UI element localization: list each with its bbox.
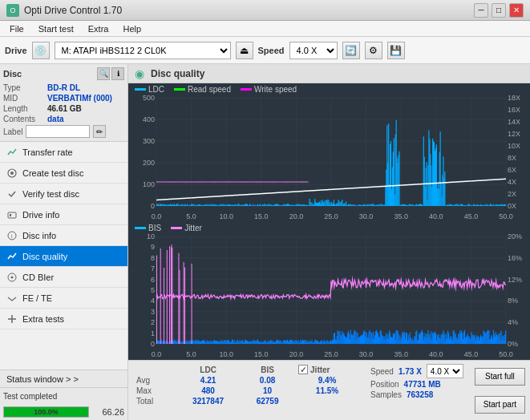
minimize-button[interactable]: ─ [474,3,488,18]
position-val: 47731 MB [404,380,441,389]
bottom-chart-canvas [128,222,530,360]
nav-transfer-rate-label: Transfer rate [22,147,73,157]
nav-verify-test-disc-label: Verify test disc [22,189,79,199]
menu-extra[interactable]: Extra [82,22,115,35]
write-speed-legend-label: Write speed [254,85,297,94]
title-bar: O Opti Drive Control 1.70 ─ □ ✕ [0,0,530,21]
menu-bar: File Start test Extra Help [0,21,530,37]
avg-jitter: 9.4% [293,375,361,386]
start-part-button[interactable]: Start part [475,396,525,414]
type-value: BD-R DL [47,83,80,92]
status-window-btn[interactable]: Status window > > [0,370,127,388]
disc-quality-icon [6,251,18,262]
settings-button[interactable]: ⚙ [365,42,382,59]
nav-drive-info-label: Drive info [22,210,59,220]
stats-table: LDC BIS ✓ Jitter Avg [128,361,364,420]
chart-icon: ◉ [135,67,144,80]
nav-transfer-rate[interactable]: Transfer rate [0,142,127,163]
nav-fe-te[interactable]: FE / TE [0,288,127,309]
svg-rect-2 [8,212,16,218]
samples-val: 763258 [407,390,433,399]
write-speed-legend: Write speed [241,85,297,94]
chart-title: Disc quality [151,68,204,79]
max-ldc: 480 [175,386,241,396]
speed-label: Speed [258,46,285,55]
position-key: Position [370,380,399,389]
max-jitter: 11.5% [293,386,361,396]
ldc-legend-label: LDC [148,85,164,94]
nav-create-test-disc[interactable]: Create test disc [0,163,127,184]
maximize-button[interactable]: □ [492,3,506,18]
read-speed-legend-label: Read speed [188,85,231,94]
nav-items: Transfer rate Create test disc Verify te… [0,142,127,370]
length-value: 46.61 GB [47,104,82,113]
cd-bier-icon [6,272,18,283]
progress-pct: 100.0% [4,407,88,417]
label-input[interactable] [26,125,90,138]
nav-verify-test-disc[interactable]: Verify test disc [0,184,127,204]
speed-info-speed: Speed 1.73 X 4.0 X [370,364,463,378]
avg-label: Avg [131,375,175,386]
progress-bar-row: 100.0% 66.26 [0,404,127,420]
disc-type-row: Type BD-R DL [3,83,124,92]
label-text: Label [3,127,22,136]
save-button[interactable]: 💾 [387,42,405,59]
create-test-disc-icon [6,168,18,179]
contents-value: data [47,115,64,123]
mid-value: VERBATIMf (000) [47,94,112,103]
progress-bar: 100.0% [3,406,89,418]
nav-extra-tests-label: Extra tests [22,314,64,324]
avg-ldc: 4.21 [175,375,241,386]
nav-cd-bier[interactable]: CD BIer [0,267,127,288]
jitter-legend-label: Jitter [184,224,202,232]
total-label: Total [131,396,175,406]
disc-info-icon: i [6,230,18,241]
bis-legend-label: BIS [148,224,161,232]
bis-header: BIS [241,364,293,375]
ldc-header: LDC [175,364,241,375]
menu-file[interactable]: File [3,22,30,35]
bis-legend: BIS [135,224,161,232]
charts-container: LDC Read speed Write speed [128,83,530,360]
speed-key: Speed [370,367,394,376]
start-full-button[interactable]: Start full [475,368,525,386]
refresh-button[interactable]: 🔄 [342,42,360,59]
nav-cd-bier-label: CD BIer [22,273,54,282]
stats-row: LDC BIS ✓ Jitter Avg [128,360,530,420]
svg-rect-3 [10,214,11,216]
jitter-legend: Jitter [171,224,202,232]
menu-help[interactable]: Help [116,22,148,35]
max-label: Max [131,386,175,396]
disc-info-icon[interactable]: ℹ [111,67,124,80]
eject-button[interactable]: ⏏ [236,42,253,59]
length-label: Length [3,104,47,113]
nav-disc-quality[interactable]: Disc quality [0,246,127,267]
drive-label: Drive [5,46,27,55]
speed-select[interactable]: 4.0 X 2.0 X 8.0 X [289,42,338,59]
label-edit-btn[interactable]: ✏ [93,125,106,138]
disc-scan-icon[interactable]: 🔍 [97,67,110,80]
menu-start-test[interactable]: Start test [32,22,80,35]
label-row: Label ✏ [3,125,124,138]
fe-te-icon [6,293,18,304]
drive-select[interactable]: M: ATAPI iHBS112 2 CL0K [55,42,231,59]
type-label: Type [3,83,47,92]
drive-icon-btn: 💿 [32,42,50,59]
jitter-checkbox[interactable]: ✓ [298,365,308,374]
nav-disc-info[interactable]: i Disc info [0,225,127,246]
toolbar: Drive 💿 M: ATAPI iHBS112 2 CL0K ⏏ Speed … [0,37,530,64]
extra-tests-icon [6,313,18,325]
speed-val: 1.73 X [399,367,422,376]
contents-label: Contents [3,115,47,123]
ldc-legend: LDC [135,85,164,94]
svg-point-7 [11,276,14,278]
chart-header: ◉ Disc quality [128,64,530,83]
speed-dropdown[interactable]: 4.0 X [427,364,463,378]
bottom-chart: BIS Jitter [128,222,530,360]
position-row: Position 47731 MB [370,380,463,389]
disc-section: Disc 🔍 ℹ Type BD-R DL MID VERBATIMf (000… [0,64,127,142]
close-button[interactable]: ✕ [509,3,524,18]
drive-info-icon [6,209,18,220]
nav-extra-tests[interactable]: Extra tests [0,309,127,329]
nav-drive-info[interactable]: Drive info [0,204,127,225]
